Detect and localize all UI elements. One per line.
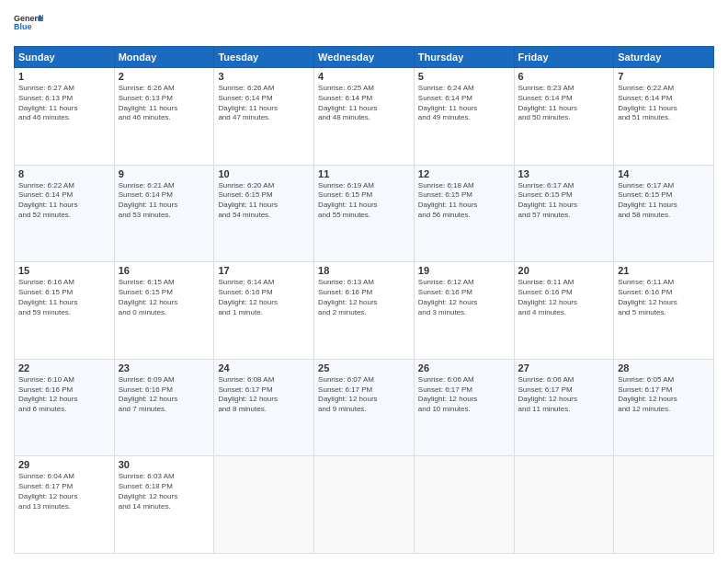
day-number: 6 bbox=[518, 71, 610, 82]
day-number: 3 bbox=[218, 71, 310, 82]
col-monday: Monday bbox=[114, 47, 214, 68]
day-cell-24: 24 Sunrise: 6:08 AMSunset: 6:17 PMDaylig… bbox=[214, 359, 314, 456]
day-number: 11 bbox=[318, 168, 410, 179]
day-info: Sunrise: 6:24 AMSunset: 6:14 PMDaylight:… bbox=[418, 84, 510, 123]
day-info: Sunrise: 6:06 AMSunset: 6:17 PMDaylight:… bbox=[518, 375, 610, 415]
col-thursday: Thursday bbox=[414, 47, 514, 68]
day-number: 12 bbox=[418, 168, 510, 179]
day-info: Sunrise: 6:17 AMSunset: 6:15 PMDaylight:… bbox=[518, 181, 610, 221]
calendar-page: General Blue Sunday Monday Tuesday Wedne… bbox=[0, 0, 728, 563]
day-cell-2: 2 Sunrise: 6:26 AMSunset: 6:13 PMDayligh… bbox=[114, 68, 214, 166]
day-cell-21: 21 Sunrise: 6:11 AMSunset: 6:16 PMDaylig… bbox=[614, 262, 714, 360]
calendar-table: Sunday Monday Tuesday Wednesday Thursday… bbox=[14, 46, 714, 554]
day-info: Sunrise: 6:08 AMSunset: 6:17 PMDaylight:… bbox=[218, 375, 310, 415]
week-row-1: 1 Sunrise: 6:27 AMSunset: 6:13 PMDayligh… bbox=[15, 68, 714, 166]
day-cell-10: 10 Sunrise: 6:20 AMSunset: 6:15 PMDaylig… bbox=[214, 165, 314, 262]
day-cell-1: 1 Sunrise: 6:27 AMSunset: 6:13 PMDayligh… bbox=[15, 68, 115, 166]
col-tuesday: Tuesday bbox=[214, 47, 314, 68]
day-number: 20 bbox=[518, 265, 610, 276]
day-number: 2 bbox=[119, 71, 210, 82]
day-cell-14: 14 Sunrise: 6:17 AMSunset: 6:15 PMDaylig… bbox=[614, 165, 714, 262]
day-number: 16 bbox=[119, 265, 210, 276]
day-number: 22 bbox=[18, 362, 110, 373]
day-number: 13 bbox=[518, 168, 610, 179]
week-row-5: 29 Sunrise: 6:04 AMSunset: 6:17 PMDaylig… bbox=[15, 456, 714, 554]
day-number: 25 bbox=[318, 362, 410, 373]
day-number: 17 bbox=[218, 265, 310, 276]
col-saturday: Saturday bbox=[614, 47, 714, 68]
day-number: 27 bbox=[518, 362, 610, 373]
calendar-header-row: Sunday Monday Tuesday Wednesday Thursday… bbox=[15, 47, 714, 68]
week-row-3: 15 Sunrise: 6:16 AMSunset: 6:15 PMDaylig… bbox=[15, 262, 714, 360]
day-number: 23 bbox=[119, 362, 210, 373]
day-cell-26: 26 Sunrise: 6:06 AMSunset: 6:17 PMDaylig… bbox=[414, 359, 514, 456]
empty-cell bbox=[214, 456, 314, 554]
day-number: 15 bbox=[18, 265, 110, 276]
day-cell-25: 25 Sunrise: 6:07 AMSunset: 6:17 PMDaylig… bbox=[314, 359, 415, 456]
day-info: Sunrise: 6:19 AMSunset: 6:15 PMDaylight:… bbox=[318, 181, 410, 221]
day-info: Sunrise: 6:05 AMSunset: 6:17 PMDaylight:… bbox=[618, 375, 710, 415]
day-number: 4 bbox=[318, 71, 410, 82]
day-number: 28 bbox=[618, 362, 710, 373]
day-info: Sunrise: 6:09 AMSunset: 6:16 PMDaylight:… bbox=[119, 375, 210, 415]
empty-cell bbox=[314, 456, 415, 554]
day-cell-19: 19 Sunrise: 6:12 AMSunset: 6:16 PMDaylig… bbox=[414, 262, 514, 360]
col-sunday: Sunday bbox=[15, 47, 115, 68]
day-info: Sunrise: 6:11 AMSunset: 6:16 PMDaylight:… bbox=[618, 278, 710, 317]
day-cell-12: 12 Sunrise: 6:18 AMSunset: 6:15 PMDaylig… bbox=[414, 165, 514, 262]
day-number: 21 bbox=[618, 265, 710, 276]
day-number: 5 bbox=[418, 71, 510, 82]
day-info: Sunrise: 6:10 AMSunset: 6:16 PMDaylight:… bbox=[18, 375, 110, 415]
day-info: Sunrise: 6:04 AMSunset: 6:17 PMDaylight:… bbox=[18, 472, 110, 511]
day-info: Sunrise: 6:26 AMSunset: 6:13 PMDaylight:… bbox=[119, 84, 210, 123]
day-cell-28: 28 Sunrise: 6:05 AMSunset: 6:17 PMDaylig… bbox=[614, 359, 714, 456]
day-cell-13: 13 Sunrise: 6:17 AMSunset: 6:15 PMDaylig… bbox=[514, 165, 614, 262]
day-info: Sunrise: 6:03 AMSunset: 6:18 PMDaylight:… bbox=[119, 472, 210, 511]
day-number: 18 bbox=[318, 265, 410, 276]
day-number: 19 bbox=[418, 265, 510, 276]
day-cell-27: 27 Sunrise: 6:06 AMSunset: 6:17 PMDaylig… bbox=[514, 359, 614, 456]
day-number: 10 bbox=[218, 168, 310, 179]
day-cell-15: 15 Sunrise: 6:16 AMSunset: 6:15 PMDaylig… bbox=[15, 262, 115, 360]
header: General Blue bbox=[14, 9, 714, 39]
day-cell-9: 9 Sunrise: 6:21 AMSunset: 6:14 PMDayligh… bbox=[114, 165, 214, 262]
day-cell-4: 4 Sunrise: 6:25 AMSunset: 6:14 PMDayligh… bbox=[314, 68, 415, 166]
day-number: 30 bbox=[119, 459, 210, 470]
day-info: Sunrise: 6:20 AMSunset: 6:15 PMDaylight:… bbox=[218, 181, 310, 221]
day-cell-5: 5 Sunrise: 6:24 AMSunset: 6:14 PMDayligh… bbox=[414, 68, 514, 166]
week-row-4: 22 Sunrise: 6:10 AMSunset: 6:16 PMDaylig… bbox=[15, 359, 714, 456]
logo-bird-icon: General Blue bbox=[14, 9, 43, 39]
day-cell-18: 18 Sunrise: 6:13 AMSunset: 6:16 PMDaylig… bbox=[314, 262, 415, 360]
day-info: Sunrise: 6:15 AMSunset: 6:15 PMDaylight:… bbox=[119, 278, 210, 317]
day-cell-7: 7 Sunrise: 6:22 AMSunset: 6:14 PMDayligh… bbox=[614, 68, 714, 166]
day-info: Sunrise: 6:26 AMSunset: 6:14 PMDaylight:… bbox=[218, 84, 310, 123]
day-cell-3: 3 Sunrise: 6:26 AMSunset: 6:14 PMDayligh… bbox=[214, 68, 314, 166]
day-number: 26 bbox=[418, 362, 510, 373]
day-number: 9 bbox=[119, 168, 210, 179]
day-info: Sunrise: 6:07 AMSunset: 6:17 PMDaylight:… bbox=[318, 375, 410, 415]
day-info: Sunrise: 6:06 AMSunset: 6:17 PMDaylight:… bbox=[418, 375, 510, 415]
day-number: 7 bbox=[618, 71, 710, 82]
empty-cell bbox=[614, 456, 714, 554]
day-info: Sunrise: 6:17 AMSunset: 6:15 PMDaylight:… bbox=[618, 181, 710, 221]
day-cell-23: 23 Sunrise: 6:09 AMSunset: 6:16 PMDaylig… bbox=[114, 359, 214, 456]
day-number: 14 bbox=[618, 168, 710, 179]
day-cell-8: 8 Sunrise: 6:22 AMSunset: 6:14 PMDayligh… bbox=[15, 165, 115, 262]
day-cell-17: 17 Sunrise: 6:14 AMSunset: 6:16 PMDaylig… bbox=[214, 262, 314, 360]
day-cell-29: 29 Sunrise: 6:04 AMSunset: 6:17 PMDaylig… bbox=[15, 456, 115, 554]
day-number: 24 bbox=[218, 362, 310, 373]
day-info: Sunrise: 6:16 AMSunset: 6:15 PMDaylight:… bbox=[18, 278, 110, 317]
day-number: 8 bbox=[18, 168, 110, 179]
day-number: 29 bbox=[18, 459, 110, 470]
day-cell-22: 22 Sunrise: 6:10 AMSunset: 6:16 PMDaylig… bbox=[15, 359, 115, 456]
day-info: Sunrise: 6:12 AMSunset: 6:16 PMDaylight:… bbox=[418, 278, 510, 317]
empty-cell bbox=[514, 456, 614, 554]
day-info: Sunrise: 6:14 AMSunset: 6:16 PMDaylight:… bbox=[218, 278, 310, 317]
day-info: Sunrise: 6:22 AMSunset: 6:14 PMDaylight:… bbox=[18, 181, 110, 221]
day-info: Sunrise: 6:23 AMSunset: 6:14 PMDaylight:… bbox=[518, 84, 610, 123]
empty-cell bbox=[414, 456, 514, 554]
day-cell-20: 20 Sunrise: 6:11 AMSunset: 6:16 PMDaylig… bbox=[514, 262, 614, 360]
day-cell-11: 11 Sunrise: 6:19 AMSunset: 6:15 PMDaylig… bbox=[314, 165, 415, 262]
day-cell-6: 6 Sunrise: 6:23 AMSunset: 6:14 PMDayligh… bbox=[514, 68, 614, 166]
day-info: Sunrise: 6:21 AMSunset: 6:14 PMDaylight:… bbox=[119, 181, 210, 221]
